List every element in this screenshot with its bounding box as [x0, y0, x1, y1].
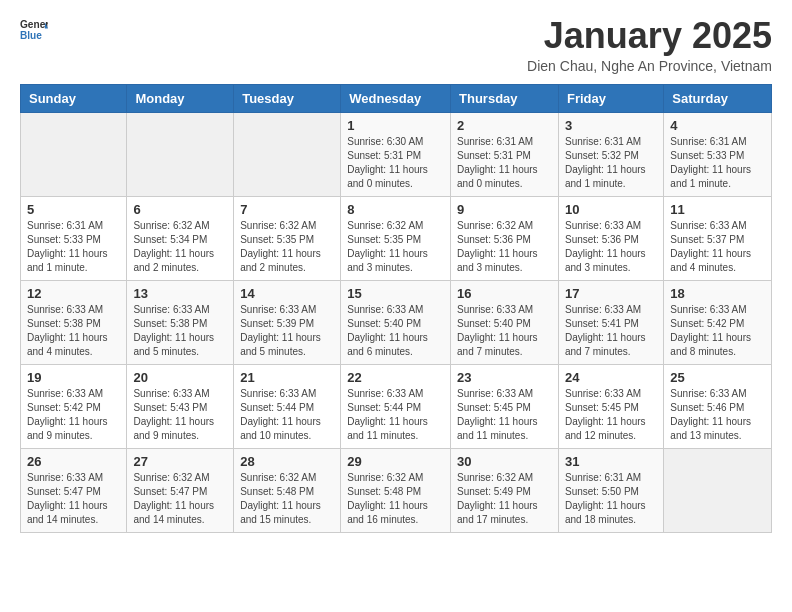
column-header-saturday: Saturday [664, 84, 772, 112]
calendar-week-row: 5Sunrise: 6:31 AM Sunset: 5:33 PM Daylig… [21, 196, 772, 280]
month-title: January 2025 [527, 16, 772, 56]
calendar-cell: 6Sunrise: 6:32 AM Sunset: 5:34 PM Daylig… [127, 196, 234, 280]
day-info: Sunrise: 6:31 AM Sunset: 5:33 PM Dayligh… [670, 135, 765, 191]
day-info: Sunrise: 6:33 AM Sunset: 5:38 PM Dayligh… [133, 303, 227, 359]
column-header-wednesday: Wednesday [341, 84, 451, 112]
calendar-week-row: 12Sunrise: 6:33 AM Sunset: 5:38 PM Dayli… [21, 280, 772, 364]
day-number: 24 [565, 370, 657, 385]
day-info: Sunrise: 6:33 AM Sunset: 5:38 PM Dayligh… [27, 303, 120, 359]
day-number: 25 [670, 370, 765, 385]
day-number: 17 [565, 286, 657, 301]
calendar-cell: 15Sunrise: 6:33 AM Sunset: 5:40 PM Dayli… [341, 280, 451, 364]
day-number: 8 [347, 202, 444, 217]
day-number: 21 [240, 370, 334, 385]
column-header-tuesday: Tuesday [234, 84, 341, 112]
day-number: 20 [133, 370, 227, 385]
day-number: 7 [240, 202, 334, 217]
calendar-cell: 14Sunrise: 6:33 AM Sunset: 5:39 PM Dayli… [234, 280, 341, 364]
calendar-cell: 11Sunrise: 6:33 AM Sunset: 5:37 PM Dayli… [664, 196, 772, 280]
calendar-cell: 28Sunrise: 6:32 AM Sunset: 5:48 PM Dayli… [234, 448, 341, 532]
calendar-cell: 7Sunrise: 6:32 AM Sunset: 5:35 PM Daylig… [234, 196, 341, 280]
calendar-week-row: 19Sunrise: 6:33 AM Sunset: 5:42 PM Dayli… [21, 364, 772, 448]
day-info: Sunrise: 6:31 AM Sunset: 5:50 PM Dayligh… [565, 471, 657, 527]
day-number: 9 [457, 202, 552, 217]
day-info: Sunrise: 6:33 AM Sunset: 5:41 PM Dayligh… [565, 303, 657, 359]
day-number: 19 [27, 370, 120, 385]
day-info: Sunrise: 6:33 AM Sunset: 5:40 PM Dayligh… [457, 303, 552, 359]
day-number: 5 [27, 202, 120, 217]
calendar-cell [21, 112, 127, 196]
calendar-cell: 19Sunrise: 6:33 AM Sunset: 5:42 PM Dayli… [21, 364, 127, 448]
title-block: January 2025 Dien Chau, Nghe An Province… [527, 16, 772, 74]
day-info: Sunrise: 6:32 AM Sunset: 5:48 PM Dayligh… [240, 471, 334, 527]
calendar-cell: 29Sunrise: 6:32 AM Sunset: 5:48 PM Dayli… [341, 448, 451, 532]
calendar-cell: 16Sunrise: 6:33 AM Sunset: 5:40 PM Dayli… [451, 280, 559, 364]
day-info: Sunrise: 6:31 AM Sunset: 5:32 PM Dayligh… [565, 135, 657, 191]
day-number: 31 [565, 454, 657, 469]
day-number: 4 [670, 118, 765, 133]
logo-icon: General Blue [20, 16, 48, 44]
day-number: 13 [133, 286, 227, 301]
calendar-cell: 21Sunrise: 6:33 AM Sunset: 5:44 PM Dayli… [234, 364, 341, 448]
calendar-week-row: 1Sunrise: 6:30 AM Sunset: 5:31 PM Daylig… [21, 112, 772, 196]
column-header-monday: Monday [127, 84, 234, 112]
day-info: Sunrise: 6:32 AM Sunset: 5:48 PM Dayligh… [347, 471, 444, 527]
calendar-cell: 24Sunrise: 6:33 AM Sunset: 5:45 PM Dayli… [558, 364, 663, 448]
calendar-week-row: 26Sunrise: 6:33 AM Sunset: 5:47 PM Dayli… [21, 448, 772, 532]
day-number: 28 [240, 454, 334, 469]
day-info: Sunrise: 6:33 AM Sunset: 5:42 PM Dayligh… [27, 387, 120, 443]
calendar-cell: 27Sunrise: 6:32 AM Sunset: 5:47 PM Dayli… [127, 448, 234, 532]
page-header: General Blue January 2025 Dien Chau, Ngh… [20, 16, 772, 74]
day-info: Sunrise: 6:33 AM Sunset: 5:42 PM Dayligh… [670, 303, 765, 359]
column-header-friday: Friday [558, 84, 663, 112]
day-info: Sunrise: 6:33 AM Sunset: 5:43 PM Dayligh… [133, 387, 227, 443]
location-subtitle: Dien Chau, Nghe An Province, Vietnam [527, 58, 772, 74]
day-info: Sunrise: 6:33 AM Sunset: 5:44 PM Dayligh… [240, 387, 334, 443]
day-number: 18 [670, 286, 765, 301]
logo: General Blue [20, 16, 48, 44]
column-header-thursday: Thursday [451, 84, 559, 112]
day-number: 10 [565, 202, 657, 217]
day-info: Sunrise: 6:32 AM Sunset: 5:34 PM Dayligh… [133, 219, 227, 275]
calendar-cell: 10Sunrise: 6:33 AM Sunset: 5:36 PM Dayli… [558, 196, 663, 280]
calendar-cell: 30Sunrise: 6:32 AM Sunset: 5:49 PM Dayli… [451, 448, 559, 532]
calendar-cell: 5Sunrise: 6:31 AM Sunset: 5:33 PM Daylig… [21, 196, 127, 280]
calendar-cell [234, 112, 341, 196]
day-number: 15 [347, 286, 444, 301]
svg-text:General: General [20, 19, 48, 30]
day-info: Sunrise: 6:33 AM Sunset: 5:47 PM Dayligh… [27, 471, 120, 527]
day-info: Sunrise: 6:33 AM Sunset: 5:39 PM Dayligh… [240, 303, 334, 359]
calendar-cell [127, 112, 234, 196]
day-info: Sunrise: 6:33 AM Sunset: 5:44 PM Dayligh… [347, 387, 444, 443]
calendar-cell: 25Sunrise: 6:33 AM Sunset: 5:46 PM Dayli… [664, 364, 772, 448]
calendar-header-row: SundayMondayTuesdayWednesdayThursdayFrid… [21, 84, 772, 112]
day-info: Sunrise: 6:32 AM Sunset: 5:35 PM Dayligh… [347, 219, 444, 275]
calendar-cell: 22Sunrise: 6:33 AM Sunset: 5:44 PM Dayli… [341, 364, 451, 448]
calendar-cell: 17Sunrise: 6:33 AM Sunset: 5:41 PM Dayli… [558, 280, 663, 364]
calendar-cell: 13Sunrise: 6:33 AM Sunset: 5:38 PM Dayli… [127, 280, 234, 364]
day-number: 29 [347, 454, 444, 469]
calendar-cell: 18Sunrise: 6:33 AM Sunset: 5:42 PM Dayli… [664, 280, 772, 364]
calendar-cell: 2Sunrise: 6:31 AM Sunset: 5:31 PM Daylig… [451, 112, 559, 196]
day-number: 14 [240, 286, 334, 301]
day-number: 6 [133, 202, 227, 217]
calendar-cell: 31Sunrise: 6:31 AM Sunset: 5:50 PM Dayli… [558, 448, 663, 532]
day-info: Sunrise: 6:32 AM Sunset: 5:36 PM Dayligh… [457, 219, 552, 275]
calendar-cell: 12Sunrise: 6:33 AM Sunset: 5:38 PM Dayli… [21, 280, 127, 364]
day-number: 11 [670, 202, 765, 217]
calendar-cell: 20Sunrise: 6:33 AM Sunset: 5:43 PM Dayli… [127, 364, 234, 448]
column-header-sunday: Sunday [21, 84, 127, 112]
calendar-cell [664, 448, 772, 532]
day-info: Sunrise: 6:32 AM Sunset: 5:35 PM Dayligh… [240, 219, 334, 275]
day-info: Sunrise: 6:31 AM Sunset: 5:33 PM Dayligh… [27, 219, 120, 275]
calendar-cell: 3Sunrise: 6:31 AM Sunset: 5:32 PM Daylig… [558, 112, 663, 196]
day-number: 26 [27, 454, 120, 469]
svg-text:Blue: Blue [20, 30, 42, 41]
calendar-cell: 4Sunrise: 6:31 AM Sunset: 5:33 PM Daylig… [664, 112, 772, 196]
calendar-cell: 1Sunrise: 6:30 AM Sunset: 5:31 PM Daylig… [341, 112, 451, 196]
day-info: Sunrise: 6:33 AM Sunset: 5:36 PM Dayligh… [565, 219, 657, 275]
day-info: Sunrise: 6:33 AM Sunset: 5:45 PM Dayligh… [457, 387, 552, 443]
calendar-cell: 8Sunrise: 6:32 AM Sunset: 5:35 PM Daylig… [341, 196, 451, 280]
calendar-table: SundayMondayTuesdayWednesdayThursdayFrid… [20, 84, 772, 533]
day-number: 12 [27, 286, 120, 301]
